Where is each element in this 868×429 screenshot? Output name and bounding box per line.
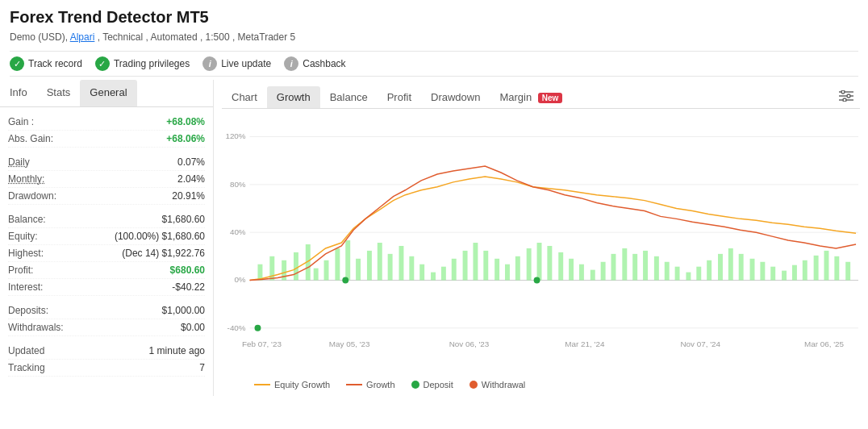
svg-rect-20: [294, 252, 298, 281]
svg-rect-17: [257, 264, 262, 281]
stat-value-daily: 0.07%: [177, 156, 205, 168]
svg-rect-34: [441, 267, 446, 281]
stat-value-highest: (Dec 14) $1,922.76: [122, 248, 205, 259]
legend-label-growth: Growth: [366, 380, 394, 389]
subtitle: Demo (USD), Alpari , Technical , Automat…: [10, 31, 858, 43]
svg-rect-57: [686, 273, 691, 281]
stat-deposits: Deposits: $1,000.00: [8, 302, 205, 319]
svg-rect-54: [654, 256, 659, 281]
stat-value-profit: $680.60: [170, 264, 205, 276]
svg-rect-63: [750, 259, 755, 281]
stat-label-updated: Updated: [8, 345, 44, 356]
stat-monthly: Monthly: 2.04%: [8, 171, 205, 188]
badge-label-live: Live update: [221, 58, 271, 69]
right-panel: Chart Growth Balance Profit Drawdown Mar…: [214, 80, 868, 396]
legend-label-deposit: Deposit: [424, 380, 453, 389]
stat-label-daily: Daily: [8, 156, 30, 168]
chart-area: 120% 80% 40% 0% -40%: [222, 115, 860, 373]
svg-text:May 05, '23: May 05, '23: [329, 339, 370, 348]
stat-label-highest: Highest:: [8, 248, 44, 259]
settings-icon[interactable]: [833, 87, 860, 108]
stats-table: Gain : +68.08% Abs. Gain: +68.06% Daily …: [0, 107, 213, 383]
svg-rect-46: [569, 259, 574, 281]
svg-rect-31: [409, 256, 414, 281]
chart-tab-margin[interactable]: Margin New: [490, 86, 572, 108]
stat-withdrawals: Withdrawals: $0.00: [8, 319, 205, 336]
svg-rect-56: [675, 267, 680, 281]
tab-general[interactable]: General: [80, 80, 136, 106]
svg-rect-69: [814, 256, 819, 281]
tab-info[interactable]: Info: [0, 80, 37, 106]
svg-point-4: [847, 94, 850, 98]
stat-interest: Interest: -$40.22: [8, 279, 205, 296]
chart-tab-growth[interactable]: Growth: [267, 86, 320, 108]
svg-text:Feb 07, '23: Feb 07, '23: [242, 339, 282, 348]
stat-label-interest: Interest:: [8, 281, 43, 293]
stat-value-deposits: $1,000.00: [162, 305, 205, 316]
stat-value-gain: +68.08%: [166, 116, 205, 127]
svg-text:Mar 21, '24: Mar 21, '24: [565, 339, 605, 348]
svg-rect-24: [335, 248, 340, 281]
svg-rect-48: [590, 270, 595, 281]
svg-rect-60: [718, 254, 723, 281]
stat-abs-gain: Abs. Gain: +68.06%: [8, 131, 205, 148]
stat-value-drawdown: 20.91%: [172, 190, 205, 202]
svg-rect-61: [728, 248, 733, 281]
svg-rect-67: [792, 265, 797, 281]
badge-trading-privileges: ✓ Trading privileges: [95, 56, 190, 71]
stat-value-monthly: 2.04%: [177, 173, 205, 185]
svg-rect-50: [611, 254, 616, 281]
stat-label-gain: Gain :: [8, 116, 34, 127]
svg-rect-49: [601, 262, 606, 281]
svg-rect-43: [537, 243, 542, 280]
legend-line-growth: [346, 384, 362, 385]
svg-point-74: [342, 277, 348, 284]
svg-rect-59: [707, 260, 712, 281]
badge-label-cashback: Cashback: [303, 58, 345, 69]
svg-rect-38: [483, 251, 488, 281]
check-icon-track: ✓: [10, 56, 24, 71]
chart-tab-drawdown[interactable]: Drawdown: [421, 86, 490, 108]
svg-rect-62: [739, 254, 744, 281]
chart-tabs: Chart Growth Balance Profit Drawdown Mar…: [222, 86, 860, 109]
legend-dot-withdrawal: [469, 381, 478, 389]
svg-rect-30: [399, 246, 404, 281]
svg-rect-40: [505, 264, 510, 281]
stat-value-tracking: 7: [199, 362, 205, 373]
stat-label-deposits: Deposits:: [8, 305, 48, 316]
info-icon-live: i: [202, 56, 217, 71]
svg-rect-51: [622, 248, 627, 281]
svg-rect-72: [845, 262, 850, 281]
stat-label-equity: Equity:: [8, 231, 38, 242]
stat-value-balance: $1,680.60: [162, 214, 205, 225]
alpari-link[interactable]: Alpari: [70, 31, 95, 43]
svg-point-3: [841, 90, 845, 94]
chart-tab-profit[interactable]: Profit: [378, 86, 421, 108]
svg-rect-42: [527, 248, 532, 281]
svg-rect-32: [419, 264, 424, 281]
left-tabs: Info Stats General: [0, 80, 213, 107]
svg-text:Mar 06, '25: Mar 06, '25: [804, 339, 845, 348]
svg-text:Nov 07, '24: Nov 07, '24: [680, 339, 720, 348]
svg-text:120%: 120%: [225, 131, 245, 140]
chart-tab-balance[interactable]: Balance: [320, 86, 378, 108]
stat-profit: Profit: $680.60: [8, 262, 205, 279]
stat-tracking: Tracking 7: [8, 360, 205, 377]
tab-stats[interactable]: Stats: [37, 80, 81, 106]
badge-cashback: i Cashback: [284, 56, 345, 71]
stat-equity: Equity: (100.00%) $1,680.60: [8, 228, 205, 245]
stat-value-withdrawals: $0.00: [181, 322, 205, 333]
svg-rect-23: [324, 260, 329, 281]
svg-rect-65: [770, 267, 775, 281]
svg-rect-27: [367, 251, 372, 281]
stat-label-profit: Profit:: [8, 264, 33, 276]
new-badge: New: [538, 93, 563, 103]
stat-label-withdrawals: Withdrawals:: [8, 322, 64, 333]
svg-rect-39: [495, 259, 499, 281]
stat-drawdown: Drawdown: 20.91%: [8, 188, 205, 205]
chart-tab-chart[interactable]: Chart: [222, 86, 267, 108]
svg-rect-45: [558, 252, 563, 281]
svg-rect-52: [632, 254, 637, 281]
stat-daily: Daily 0.07%: [8, 154, 205, 171]
svg-rect-28: [378, 243, 382, 280]
